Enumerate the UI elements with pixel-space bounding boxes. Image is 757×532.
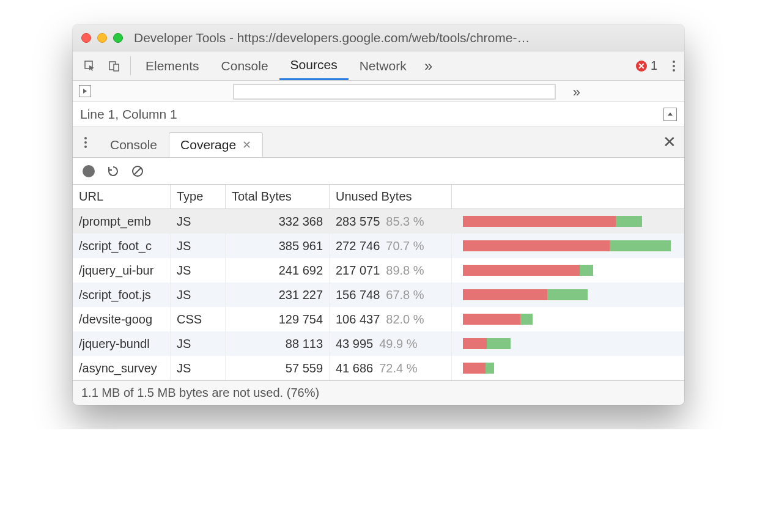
devtools-window: Developer Tools - https://developers.goo… — [73, 24, 684, 405]
coverage-row[interactable]: /prompt_embJS332 368283 57585.3 % — [73, 209, 684, 234]
cell-total-bytes: 231 227 — [226, 283, 330, 307]
tab-console[interactable]: Console — [210, 51, 279, 80]
cell-usage-bar — [452, 307, 684, 331]
svg-line-10 — [134, 168, 141, 175]
cell-total-bytes: 241 692 — [226, 258, 330, 283]
cell-type: JS — [171, 234, 226, 258]
cell-unused-bytes: 217 07189.8 % — [330, 258, 452, 283]
close-drawer-icon[interactable]: ✕ — [655, 127, 684, 157]
tab-sources[interactable]: Sources — [279, 51, 349, 80]
cell-total-bytes: 385 961 — [226, 234, 330, 258]
window-zoom-button[interactable] — [113, 33, 123, 43]
col-header-total[interactable]: Total Bytes — [226, 185, 330, 209]
cell-type: CSS — [171, 307, 226, 331]
main-toolbar: Elements Console Sources Network » ✕ 1 — [73, 51, 684, 81]
cell-total-bytes: 57 559 — [226, 356, 330, 380]
cell-type: JS — [171, 331, 226, 356]
record-button[interactable] — [83, 165, 95, 177]
svg-rect-2 — [114, 64, 119, 71]
cell-usage-bar — [452, 209, 684, 234]
titlebar: Developer Tools - https://developers.goo… — [73, 24, 684, 51]
window-minimize-button[interactable] — [97, 33, 107, 43]
col-header-type[interactable]: Type — [171, 185, 226, 209]
cell-usage-bar — [452, 258, 684, 283]
cell-usage-bar — [452, 331, 684, 356]
tab-network[interactable]: Network — [349, 51, 418, 80]
traffic-lights — [81, 33, 123, 43]
drawer-tabstrip: Console Coverage ✕ ✕ — [73, 127, 684, 158]
editor-status-bar: Line 1, Column 1 — [73, 102, 684, 127]
cell-total-bytes: 129 754 — [226, 307, 330, 331]
cell-url: /jquery_ui-bur — [73, 258, 171, 283]
svg-point-8 — [84, 146, 87, 148]
coverage-footer: 1.1 MB of 1.5 MB bytes are not used. (76… — [73, 380, 684, 405]
error-count: 1 — [651, 59, 657, 73]
navigator-toggle-icon[interactable] — [79, 85, 91, 97]
drawer-menu-icon[interactable] — [73, 127, 98, 157]
cell-usage-bar — [452, 356, 684, 380]
coverage-header-row: URL Type Total Bytes Unused Bytes — [73, 185, 684, 209]
cell-total-bytes: 88 113 — [226, 331, 330, 356]
device-toggle-icon[interactable] — [102, 51, 127, 80]
svg-point-7 — [84, 141, 87, 144]
tabs-overflow-icon[interactable]: » — [418, 51, 440, 80]
cell-type: JS — [171, 209, 226, 234]
cell-unused-bytes: 43 99549.9 % — [330, 331, 452, 356]
drawer-tab-console[interactable]: Console — [98, 132, 169, 157]
cell-usage-bar — [452, 283, 684, 307]
cell-unused-bytes: 41 68672.4 % — [330, 356, 452, 380]
sources-file-row: » — [73, 81, 684, 102]
show-drawer-icon[interactable] — [663, 108, 677, 121]
window-close-button[interactable] — [81, 33, 91, 43]
cell-url: /devsite-goog — [73, 307, 171, 331]
svg-point-6 — [84, 137, 87, 139]
coverage-row[interactable]: /devsite-googCSS129 754106 43782.0 % — [73, 307, 684, 331]
cell-type: JS — [171, 283, 226, 307]
coverage-row[interactable]: /async_surveyJS57 55941 68672.4 % — [73, 356, 684, 380]
open-file-tab[interactable] — [233, 84, 556, 100]
window-title: Developer Tools - https://developers.goo… — [134, 31, 676, 45]
svg-point-4 — [673, 65, 675, 67]
close-tab-icon[interactable]: ✕ — [242, 138, 251, 152]
coverage-row[interactable]: /jquery-bundlJS88 11343 99549.9 % — [73, 331, 684, 356]
cell-unused-bytes: 283 57585.3 % — [330, 209, 452, 234]
error-icon: ✕ — [636, 61, 647, 72]
panel-tabs: Elements Console Sources Network — [135, 51, 418, 80]
cell-unused-bytes: 156 74867.8 % — [330, 283, 452, 307]
coverage-row[interactable]: /jquery_ui-burJS241 692217 07189.8 % — [73, 258, 684, 283]
drawer-tab-label: Coverage — [180, 138, 236, 152]
error-indicator[interactable]: ✕ 1 — [636, 51, 663, 80]
tab-elements[interactable]: Elements — [135, 51, 210, 80]
cell-url: /prompt_emb — [73, 209, 171, 234]
col-header-url[interactable]: URL — [73, 185, 171, 209]
cursor-position: Line 1, Column 1 — [80, 107, 177, 122]
settings-menu-icon[interactable] — [663, 51, 684, 80]
coverage-row[interactable]: /script_foot.jsJS231 227156 74867.8 % — [73, 283, 684, 307]
cell-url: /jquery-bundl — [73, 331, 171, 356]
svg-point-3 — [673, 61, 675, 63]
file-tabs-overflow-icon[interactable]: » — [573, 84, 580, 100]
coverage-summary: 1.1 MB of 1.5 MB bytes are not used. (76… — [81, 386, 319, 400]
cell-url: /async_survey — [73, 356, 171, 380]
cell-url: /script_foot.js — [73, 283, 171, 307]
coverage-table: URL Type Total Bytes Unused Bytes /promp… — [73, 185, 684, 380]
cell-unused-bytes: 272 74670.7 % — [330, 234, 452, 258]
inspect-element-icon[interactable] — [78, 51, 102, 80]
cell-type: JS — [171, 258, 226, 283]
svg-point-5 — [673, 69, 675, 72]
col-header-bar — [452, 185, 684, 209]
clear-button[interactable] — [131, 165, 144, 177]
coverage-row[interactable]: /script_foot_cJS385 961272 74670.7 % — [73, 234, 684, 258]
drawer-tab-coverage[interactable]: Coverage ✕ — [169, 132, 263, 157]
cell-total-bytes: 332 368 — [226, 209, 330, 234]
col-header-unused[interactable]: Unused Bytes — [330, 185, 452, 209]
coverage-toolbar — [73, 158, 684, 185]
cell-unused-bytes: 106 43782.0 % — [330, 307, 452, 331]
drawer-tab-label: Console — [110, 138, 157, 152]
cell-url: /script_foot_c — [73, 234, 171, 258]
reload-button[interactable] — [107, 165, 119, 177]
cell-usage-bar — [452, 234, 684, 258]
cell-type: JS — [171, 356, 226, 380]
